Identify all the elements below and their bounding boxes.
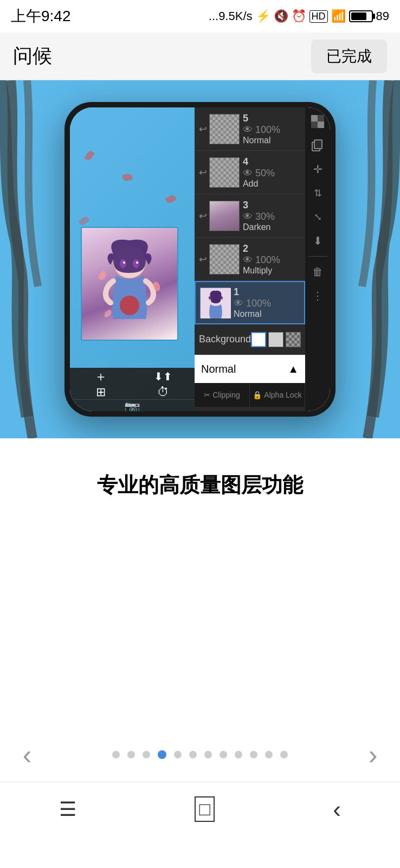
layer-thumb-5: [209, 114, 240, 144]
alpha-lock-item[interactable]: 🔒 Alpha Lock: [250, 383, 305, 407]
dot-4[interactable]: [158, 750, 166, 759]
svg-point-8: [103, 309, 113, 318]
artwork-card: [81, 227, 178, 341]
svg-point-6: [97, 270, 107, 282]
layer-arrow-5: ↩: [199, 123, 207, 135]
layer-number-5: 5: [243, 113, 301, 124]
merge-icon[interactable]: ⬇⬆: [132, 368, 195, 385]
flip-tool[interactable]: ⇅: [308, 183, 327, 203]
canvas-toolbar: ＋ ⬇⬆ ⊞ ⏱ 📷: [70, 368, 195, 411]
add-layer-icon[interactable]: ＋: [70, 368, 132, 385]
alpha-lock-label: Alpha Lock: [264, 391, 301, 399]
down-tool[interactable]: ⬇: [308, 231, 327, 251]
done-button[interactable]: 已完成: [311, 40, 387, 73]
layer-thumb-2: [209, 244, 240, 275]
description-text: 专业的高质量图层功能: [22, 471, 378, 500]
menu-icon[interactable]: ☰: [59, 798, 76, 821]
next-arrow[interactable]: ›: [357, 739, 389, 770]
layer-mode-3: Darken: [243, 222, 301, 232]
swatch-checker[interactable]: [286, 332, 301, 347]
alarm-icon: ⏰: [292, 9, 306, 23]
blank-area: [0, 521, 400, 727]
copy-tool[interactable]: [308, 136, 327, 155]
status-time: 上午9:42: [11, 6, 71, 27]
mute-icon: 🔇: [274, 9, 288, 23]
left-character-decoration: [0, 80, 65, 438]
layer-number-3: 3: [243, 200, 301, 211]
add-icon-2[interactable]: ⊞: [70, 385, 132, 399]
layer-thumb-1: [200, 288, 230, 318]
dot-8[interactable]: [220, 751, 227, 758]
back-icon[interactable]: ‹: [333, 796, 341, 823]
blend-arrow: ▲: [288, 363, 299, 375]
layer-mode-1: Normal: [234, 309, 300, 319]
svg-rect-12: [318, 122, 324, 128]
svg-point-2: [133, 259, 139, 268]
petal-2: [165, 194, 177, 204]
camera-icon[interactable]: 📷: [70, 399, 195, 411]
right-character-decoration: [335, 80, 400, 438]
dot-12[interactable]: [280, 751, 288, 758]
layer-thumb-3: [209, 201, 240, 231]
layer-mode-2: Multiply: [243, 266, 301, 276]
layer-number-4: 4: [243, 156, 301, 168]
svg-rect-11: [311, 115, 318, 122]
layer-eye-2: 👁 100%: [243, 254, 301, 266]
nav-title: 问候: [13, 43, 52, 69]
petal-5: [78, 215, 89, 226]
move-tool[interactable]: ✛: [308, 159, 327, 179]
layer-info-5: 5 👁 100% Normal: [243, 113, 301, 145]
background-row: Background: [195, 324, 305, 355]
dot-3[interactable]: [143, 751, 150, 758]
svg-point-1: [120, 259, 126, 268]
more-tool[interactable]: ⋮: [308, 286, 327, 305]
status-bar: 上午9:42 ...9.5K/s ⚡ 🔇 ⏰ HD 📶 89: [0, 0, 400, 33]
bottom-nav: ☰ □ ‹: [0, 782, 400, 836]
swatch-white[interactable]: [251, 332, 266, 347]
phone-screen: ＋ ⬇⬆ ⊞ ⏱ 📷: [70, 107, 330, 411]
layer-arrow-2: ↩: [199, 253, 207, 265]
artwork-card-inner: [82, 228, 177, 340]
layer-info-1: 1 👁 100% Normal: [234, 286, 300, 319]
dot-7[interactable]: [204, 751, 212, 758]
blend-bar[interactable]: Normal ▲: [195, 355, 305, 383]
battery-percent: 89: [376, 9, 389, 23]
swatch-gray[interactable]: [268, 332, 283, 347]
clipping-label: Clipping: [212, 391, 240, 399]
svg-rect-13: [318, 115, 324, 122]
layer-eye-4: 👁 50%: [243, 168, 301, 179]
svg-rect-16: [314, 140, 322, 149]
dot-5[interactable]: [174, 751, 182, 758]
svg-point-4: [136, 261, 138, 264]
phone-mockup: ＋ ⬇⬆ ⊞ ⏱ 📷: [64, 102, 336, 417]
dot-2[interactable]: [127, 751, 135, 758]
pagination: ‹ ›: [0, 727, 400, 782]
layer-row-3[interactable]: ↩ 3 👁 30% Darken: [195, 194, 305, 238]
layer-info-4: 4 👁 50% Add: [243, 156, 301, 189]
bluetooth-icon: ⚡: [256, 9, 270, 23]
checker-tool[interactable]: [308, 112, 327, 131]
layer-mode-4: Add: [243, 179, 301, 189]
layers-panel: ↩ 5 👁 100% Normal ↩ 4 👁 50% Add: [195, 107, 305, 411]
layer-number-2: 2: [243, 243, 301, 254]
clipping-item[interactable]: ✂ Clipping: [195, 383, 250, 407]
transform-tool[interactable]: ⤡: [308, 207, 327, 227]
dot-1[interactable]: [112, 751, 120, 758]
dot-10[interactable]: [250, 751, 257, 758]
layer-eye-3: 👁 30%: [243, 211, 301, 222]
layer-info-3: 3 👁 30% Darken: [243, 200, 301, 232]
dot-6[interactable]: [189, 751, 197, 758]
layer-row-5[interactable]: ↩ 5 👁 100% Normal: [195, 107, 305, 151]
dots-container: [43, 750, 357, 759]
delete-tool[interactable]: 🗑: [308, 262, 327, 282]
home-icon[interactable]: □: [195, 796, 215, 822]
description-area: 专业的高质量图层功能: [0, 438, 400, 521]
layer-row-1[interactable]: 1 👁 100% Normal: [195, 281, 305, 324]
layer-row-4[interactable]: ↩ 4 👁 50% Add: [195, 151, 305, 194]
layer-row-2[interactable]: ↩ 2 👁 100% Multiply: [195, 238, 305, 281]
timer-icon[interactable]: ⏱: [132, 385, 195, 399]
prev-arrow[interactable]: ‹: [11, 739, 43, 770]
dot-11[interactable]: [265, 751, 273, 758]
dot-9[interactable]: [235, 751, 242, 758]
network-status: ...9.5K/s: [209, 9, 253, 23]
